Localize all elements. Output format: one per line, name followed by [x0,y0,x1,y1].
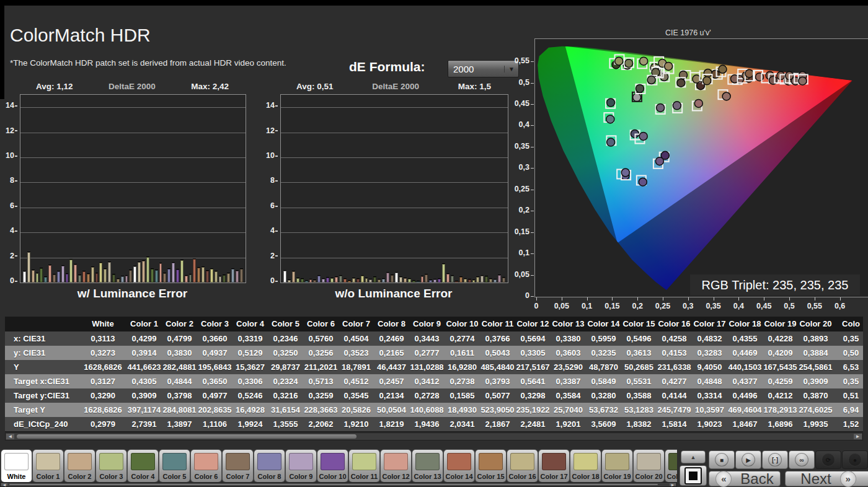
patch-tab-color-8[interactable]: Color 8 [254,450,285,482]
chart1-avg: Avg: 1,12 [36,82,73,91]
table-cell: 0,3613 [621,346,657,360]
table-cell: 0,3893 [798,331,833,346]
table-cell: 167,5435 [763,360,798,374]
table-cell: 1,8219 [374,417,409,431]
table-cell: 0,3914 [126,346,162,360]
back-chevron-icon: « [715,471,732,487]
bar [451,275,454,283]
patch-tab-color-14[interactable]: Color 14 [444,450,474,482]
table-cell: 18,7891 [339,360,374,374]
table-cell: 245,7479 [657,403,692,417]
bar [378,279,381,283]
table-cell: 0,5849 [586,374,621,388]
measurement-table: WhiteColor 1Color 2Color 3Color 4Color 5… [5,317,863,432]
table-scrollbar[interactable]: ◄ ► [5,432,863,441]
play-icon: ▶ [742,453,755,467]
page-subtitle: *The ColorMatch HDR patch set is derived… [10,58,286,68]
patch-strip-scrollbar-thumb[interactable] [9,484,658,485]
patch-tab-color-5[interactable]: Color 5 [159,450,190,482]
table-column-header: Color 14 [586,317,621,331]
patch-swatch [542,453,566,470]
table-cell: 53,1283 [621,403,657,417]
refresh-button-disabled: ⟳ [815,450,841,469]
patch-swatch [415,453,440,470]
measure-button[interactable]: [·] [762,450,788,469]
table-cell: 0,4977 [197,388,232,403]
bar [69,259,73,283]
patch-tab-color-15[interactable]: Color 15 [476,450,506,482]
patch-tab-color-17[interactable]: Color 17 [539,450,569,482]
table-column-header: Color 1 [126,317,162,331]
patch-window-button[interactable] [680,465,707,486]
bar [227,273,230,283]
cie-x-tick-label: 0,4 [727,302,750,310]
table-column-header: Color 11 [480,317,515,331]
patch-tab-color-12[interactable]: Color 12 [381,450,411,482]
stop-button[interactable]: ■ [709,450,735,469]
patch-tab-color-1[interactable]: Color 1 [33,450,63,482]
table-cell: 2,7391 [126,417,162,431]
patch-tab-color-18[interactable]: Color 18 [570,450,601,482]
next-button[interactable]: Next » [785,471,868,486]
cie-y-tick-label: 0 [500,291,529,300]
table-row: x: CIE310,31130,42990,47990,36600,33190,… [5,331,863,346]
bar [356,278,360,283]
back-button[interactable]: « Back [709,471,781,486]
continuous-loop-button[interactable]: ∞ [789,450,815,469]
patch-tab-color-3[interactable]: Color 3 [96,450,126,482]
bar [429,279,432,283]
table-scroll-left-icon[interactable]: ◄ [6,434,14,439]
table-cell: 0,3545 [339,388,374,403]
bar [489,278,492,283]
patch-swatch [289,453,313,470]
bar [125,275,128,283]
patch-tab-color-4[interactable]: Color 4 [128,450,158,482]
bar [223,274,226,283]
y-axis-tick-label: 14 [262,101,278,110]
collapse-up-button[interactable]: ▲ [681,450,706,463]
bar [446,273,450,283]
table-cell: 0,3216 [268,388,303,403]
patch-label: Color 18 [570,473,601,480]
table-cell: 195,6843 [197,360,232,374]
table-column-header: Color 2 [162,317,197,331]
patch-strip-scrollbar[interactable]: ◄ ► [0,482,677,487]
patch-tab-color-20[interactable]: Color 20 [634,450,664,482]
table-cell: 50,2685 [621,360,657,374]
patch-tab-color-19[interactable]: Color 19 [602,450,632,482]
table-cell: 0,4305 [126,374,162,388]
table-cell: 440,1503 [727,360,763,374]
y-axis-tick-label: 4 [262,226,278,235]
table-cell: 0,2728 [409,388,445,403]
bar [326,277,329,283]
bar [348,280,351,283]
strip-scroll-left-icon[interactable]: ◄ [1,483,7,486]
patch-tab-color-9[interactable]: Color 9 [286,450,316,482]
patch-tab-color-13[interactable]: Color 13 [412,450,443,482]
patch-tab-white[interactable]: White [1,450,32,482]
dropdown-arrow-icon[interactable]: ▼ [504,66,518,72]
table-scrollbar-thumb[interactable] [17,434,356,439]
table-cell: 0,4512 [339,374,374,388]
table-scroll-right-icon[interactable]: ► [854,434,862,439]
patch-swatch [68,453,92,470]
table-cell: 1,52 [833,417,863,431]
patch-tab-color-2[interactable]: Color 2 [64,450,95,482]
patch-tab-color-11[interactable]: Color 11 [349,450,379,482]
table-cell: 2,2481 [515,417,551,431]
table-cell: 282,4881 [162,360,197,374]
cie-y-tick-label: 0,2 [500,206,529,214]
patch-tab-color-6[interactable]: Color 6 [191,450,221,482]
bar [61,265,64,283]
table-cell: 0,2324 [268,374,303,388]
patch-swatch [4,453,29,470]
patch-label: Color 20 [634,473,664,480]
table-cell: 16,9280 [445,360,480,374]
play-button[interactable]: ▶ [735,450,761,469]
table-cell: 0,4937 [197,346,232,360]
table-cell: 397,1174 [126,403,162,417]
patch-tab-color-10[interactable]: Color 10 [317,450,348,482]
strip-scroll-right-icon[interactable]: ► [670,483,676,486]
patch-tab-color-7[interactable]: Color 7 [223,450,253,482]
patch-tab-color-16[interactable]: Color 16 [507,450,538,482]
